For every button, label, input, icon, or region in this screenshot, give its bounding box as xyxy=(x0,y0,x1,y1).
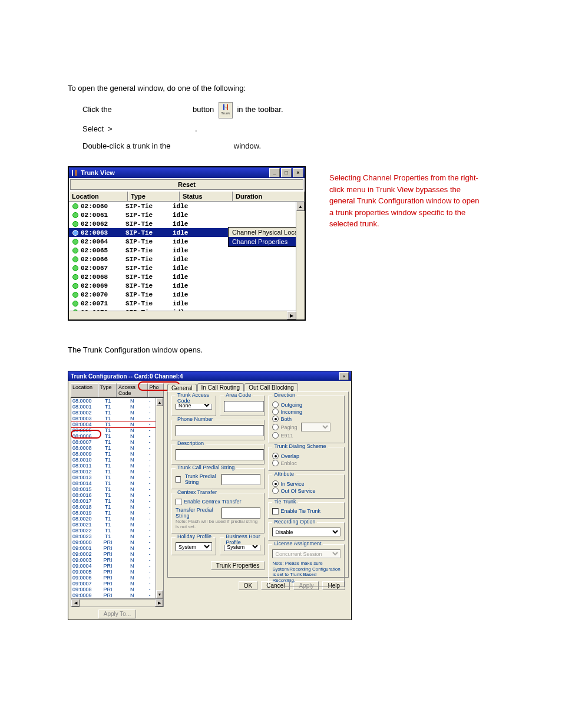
scrollbar-vertical[interactable]: ▲ xyxy=(296,202,305,311)
apply-to-button[interactable]: Apply To... xyxy=(98,610,137,618)
config-row[interactable]: 08:0013T1N- xyxy=(71,475,163,480)
config-row[interactable]: 09:0002PRIN- xyxy=(71,551,163,557)
dial-overlap-radio[interactable] xyxy=(272,453,279,459)
config-row[interactable]: 09:0005PRIN- xyxy=(71,569,163,575)
holiday-select[interactable]: System xyxy=(176,542,212,551)
config-row[interactable]: 08:0020T1N- xyxy=(71,516,163,522)
predial-checkbox[interactable] xyxy=(176,476,181,483)
predial-input[interactable] xyxy=(222,474,260,485)
config-row[interactable]: 08:0014T1N- xyxy=(71,480,163,486)
row-type: SIP-Tie xyxy=(125,203,173,210)
row-type: SIP-Tie xyxy=(125,291,173,298)
maximize-button[interactable]: □ xyxy=(281,168,292,177)
config-row[interactable]: 08:0012T1N- xyxy=(71,469,163,475)
col-location[interactable]: Location xyxy=(69,192,128,201)
config-row[interactable]: 08:0018T1N- xyxy=(71,504,163,510)
trunk-row[interactable]: 02:0065SIP-Tieidle xyxy=(69,246,305,255)
intro-text: To open the general xyxy=(68,84,135,93)
col-type[interactable]: Type xyxy=(128,192,180,201)
rec-select[interactable]: Disable xyxy=(272,528,340,536)
config-grid[interactable]: 08:0000T1N-08:0001T1N-08:0002T1N-08:0003… xyxy=(71,397,164,599)
config-row[interactable]: 08:0022T1N- xyxy=(71,528,163,533)
row-type: SIP-Tie xyxy=(125,238,173,245)
config-row[interactable]: 09:0003PRIN- xyxy=(71,557,163,563)
config-row[interactable]: 09:0006PRIN- xyxy=(71,575,163,581)
config-row[interactable]: 08:0007T1N- xyxy=(71,439,163,445)
config-row[interactable]: 09:0009PRIN- xyxy=(71,592,163,598)
trunk-row[interactable]: 02:0066SIP-Tieidle xyxy=(69,255,305,263)
config-row[interactable]: 08:0011T1N- xyxy=(71,463,163,469)
bullet1c: in the toolbar. xyxy=(237,105,283,114)
config-row[interactable]: 08:0009T1N- xyxy=(71,451,163,457)
grid-scrollbar[interactable]: ▲▼ xyxy=(156,398,163,598)
minimize-button[interactable]: _ xyxy=(269,168,280,177)
tab-in-call-routing[interactable]: In Call Routing xyxy=(197,383,244,391)
trunk-row[interactable]: 02:0069SIP-Tieidle xyxy=(69,281,305,290)
tab-out-call-blocking[interactable]: Out Call Blocking xyxy=(244,383,298,391)
phone-number-input[interactable] xyxy=(176,425,264,436)
resize-grip[interactable] xyxy=(296,311,305,319)
dir-incoming-radio[interactable] xyxy=(272,409,279,415)
trunk-view-titlebar[interactable]: Trunk View _ □ × xyxy=(69,167,305,178)
config-row[interactable]: 08:0017T1N- xyxy=(71,498,163,504)
attr-in-radio[interactable] xyxy=(272,480,279,487)
col-duration[interactable]: Duration xyxy=(233,192,305,201)
trunk-properties-button[interactable]: Trunk Properties xyxy=(211,561,265,570)
tie-label: Enable Tie Trunk xyxy=(280,508,320,514)
config-row[interactable]: 08:0008T1N- xyxy=(71,445,163,451)
config-row[interactable]: 09:0000PRIN- xyxy=(71,539,163,545)
gcol-type[interactable]: Type xyxy=(98,383,117,397)
description-input[interactable] xyxy=(176,449,264,460)
config-row[interactable]: 08:0021T1N- xyxy=(71,522,163,528)
dir-paging-radio[interactable] xyxy=(272,424,279,430)
trunk-row[interactable]: 02:0070SIP-Tieidle xyxy=(69,290,305,299)
bullet1a: Click the xyxy=(82,105,114,114)
trunk-row[interactable]: 02:0061SIP-Tieidle xyxy=(69,210,305,219)
trunk-row[interactable]: 02:0060SIP-Tieidle xyxy=(69,202,305,210)
close-button[interactable]: × xyxy=(293,168,303,177)
gcol-location[interactable]: Location xyxy=(71,383,98,397)
scrollbar-horizontal[interactable]: ▶ xyxy=(69,311,296,319)
config-row[interactable]: 08:0010T1N- xyxy=(71,457,163,463)
row-location: 02:0068 xyxy=(81,274,125,281)
config-row[interactable]: 08:0001T1N- xyxy=(71,404,163,410)
config-row[interactable]: 09:0004PRIN- xyxy=(71,563,163,569)
config-opens-text: The Trunk Configuration window opens. xyxy=(0,344,562,357)
close-button[interactable]: × xyxy=(339,372,349,380)
config-row[interactable]: 09:0008PRIN- xyxy=(71,587,163,592)
config-row[interactable]: 08:0002T1N- xyxy=(71,410,163,416)
reset-button[interactable]: Reset xyxy=(70,179,303,190)
config-row[interactable]: 08:0000T1N- xyxy=(71,398,163,404)
context-channel-properties[interactable]: Channel Properties xyxy=(229,237,303,246)
config-row[interactable]: 09:0001PRIN- xyxy=(71,545,163,551)
config-row[interactable]: 08:0023T1N- xyxy=(71,533,163,539)
dir-e911-radio[interactable] xyxy=(272,432,279,439)
config-row[interactable]: 08:0019T1N- xyxy=(71,510,163,516)
trunk-row[interactable]: 02:0071SIP-Tieidle xyxy=(69,299,305,308)
grid-scrollbar-h[interactable]: ◀▶ xyxy=(71,599,164,607)
context-channel-location[interactable]: Channel Physical Location xyxy=(229,228,303,237)
trunk-toolbar-icon[interactable]: Trunk xyxy=(219,102,233,118)
grp-area: Area Code xyxy=(224,392,253,398)
tab-general[interactable]: General xyxy=(167,384,197,392)
col-status[interactable]: Status xyxy=(180,192,233,201)
dial-enbloc-radio[interactable] xyxy=(272,460,279,466)
area-code-input[interactable] xyxy=(224,401,264,412)
config-row[interactable]: 09:0007PRIN- xyxy=(71,581,163,587)
row-status: idle xyxy=(173,220,220,228)
tie-checkbox[interactable] xyxy=(272,508,279,515)
config-row[interactable]: 08:0015T1N- xyxy=(71,486,163,492)
dir-outgoing-radio[interactable] xyxy=(272,401,279,408)
dir-paging-label: Paging xyxy=(280,424,297,430)
config-row[interactable]: 08:0016T1N- xyxy=(71,492,163,498)
dir-both-radio[interactable] xyxy=(272,416,279,422)
trunk-row[interactable]: 02:0068SIP-Tieidle xyxy=(69,272,305,281)
transfer-predial-input[interactable] xyxy=(222,508,260,519)
attr-out-label: Out Of Service xyxy=(280,488,315,494)
attr-out-radio[interactable] xyxy=(272,487,279,494)
trunk-config-titlebar[interactable]: Trunk Configuration -- Card:0 Channel:4 … xyxy=(68,371,351,381)
config-row[interactable]: 08:0003T1N- xyxy=(71,416,163,421)
config-row[interactable]: 08:0004T1N- xyxy=(71,421,163,427)
centrex-checkbox[interactable] xyxy=(176,499,182,505)
trunk-row[interactable]: 02:0067SIP-Tieidle xyxy=(69,263,305,272)
